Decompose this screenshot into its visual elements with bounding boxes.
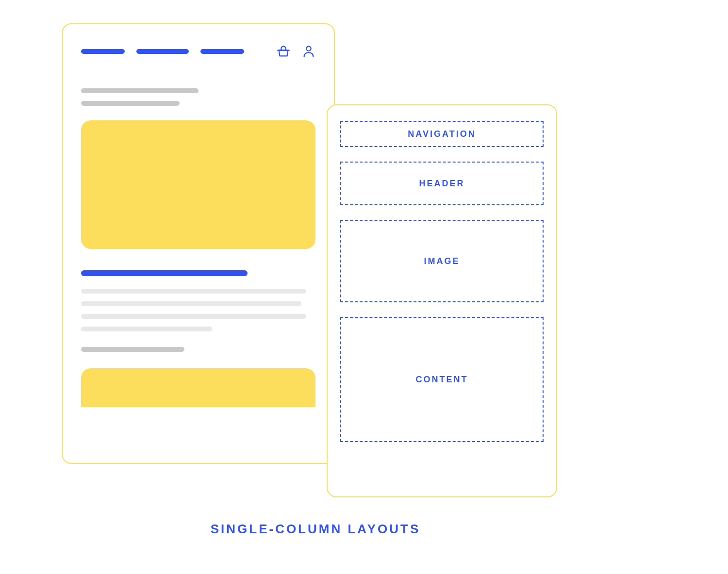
nav-link-placeholder[interactable] bbox=[200, 49, 244, 54]
nav-icons bbox=[277, 45, 315, 58]
text-placeholder bbox=[81, 347, 184, 352]
text-placeholder bbox=[81, 289, 306, 294]
basket-icon[interactable] bbox=[277, 45, 290, 58]
schematic-label: NAVIGATION bbox=[408, 129, 476, 139]
heading-placeholder bbox=[81, 270, 248, 276]
nav-links bbox=[81, 49, 244, 54]
schematic-region-content: CONTENT bbox=[340, 317, 544, 442]
nav-link-placeholder[interactable] bbox=[136, 49, 189, 54]
diagram-caption: SINGLE-COLUMN LAYOUTS bbox=[0, 522, 631, 537]
layout-schematic: NAVIGATION HEADER IMAGE CONTENT bbox=[327, 104, 557, 497]
nav-link-placeholder[interactable] bbox=[81, 49, 125, 54]
text-placeholder bbox=[81, 301, 301, 306]
wireframe-content-text bbox=[81, 270, 315, 352]
user-icon[interactable] bbox=[302, 45, 315, 58]
text-placeholder bbox=[81, 327, 212, 331]
text-placeholder bbox=[81, 101, 180, 106]
svg-point-1 bbox=[306, 47, 311, 51]
wireframe-header-text bbox=[81, 88, 315, 106]
diagram-canvas: NAVIGATION HEADER IMAGE CONTENT SINGLE-C… bbox=[0, 0, 728, 574]
text-placeholder bbox=[81, 88, 199, 93]
wireframe-nav bbox=[81, 45, 315, 58]
schematic-region-navigation: NAVIGATION bbox=[340, 121, 544, 147]
schematic-region-image: IMAGE bbox=[340, 220, 544, 302]
text-placeholder bbox=[81, 314, 306, 319]
schematic-label: CONTENT bbox=[416, 375, 468, 385]
wireframe-mockup bbox=[62, 23, 335, 464]
schematic-label: HEADER bbox=[419, 179, 464, 189]
schematic-region-header: HEADER bbox=[340, 162, 544, 205]
schematic-label: IMAGE bbox=[424, 256, 460, 266]
wireframe-hero-image bbox=[81, 120, 315, 249]
wireframe-secondary-image bbox=[81, 368, 315, 407]
